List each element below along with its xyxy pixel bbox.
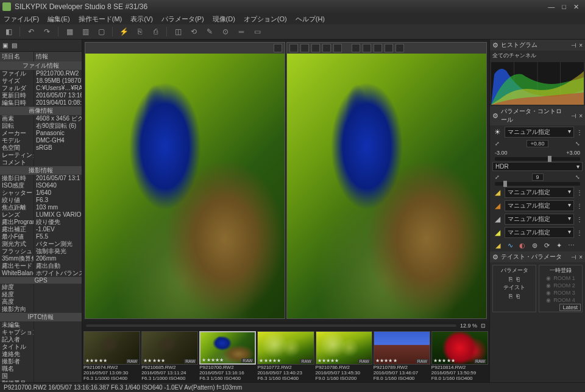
preview-view-icon[interactable]: ▢ — [96, 27, 106, 37]
param-more-icon[interactable]: ⋮ — [576, 229, 583, 236]
room-button[interactable]: ◉ROOM 4 — [541, 296, 581, 304]
batch-icon[interactable]: ⎘ — [135, 27, 144, 37]
param-more-icon[interactable]: ⋮ — [576, 216, 583, 223]
brush-icon[interactable]: ✎ — [205, 27, 214, 37]
info-icon[interactable]: ▭ — [252, 27, 262, 37]
param-icon[interactable]: ◢ — [492, 214, 502, 224]
print-icon[interactable]: ⎙ — [151, 27, 160, 37]
expand-icon[interactable]: ⤡ — [575, 141, 580, 147]
param-more-icon[interactable]: ⋮ — [576, 203, 583, 209]
wb-picker-icon[interactable]: ◢ — [494, 241, 502, 250]
menu-item[interactable]: 編集(E) — [48, 15, 70, 24]
fit-icon[interactable] — [274, 44, 282, 52]
lens-icon[interactable]: ⊚ — [530, 241, 539, 250]
param-select[interactable]: マニュアル指定▾ — [505, 214, 574, 225]
hdr-select[interactable]: HDR▾ — [492, 162, 583, 171]
panel-pin-icon[interactable]: ⊣ — [571, 42, 576, 49]
effect-icon[interactable]: ✦ — [555, 241, 563, 250]
thumb-view-icon[interactable]: ▦ — [65, 27, 74, 37]
close-compare-icon[interactable] — [395, 44, 404, 52]
compare-mode-4-icon[interactable] — [322, 44, 331, 52]
toolbar-app-icon[interactable]: ◧ — [4, 27, 13, 37]
undo2-icon[interactable] — [374, 44, 382, 52]
combo-view-icon[interactable]: ▥ — [80, 27, 90, 37]
thumbnail[interactable]: ★ ★ ★ ★ ★RAWP9210674.RW22016/05/07 13:09… — [83, 331, 140, 381]
grid-icon[interactable] — [352, 44, 360, 52]
menu-item[interactable]: ヘルプ(H) — [296, 15, 325, 24]
expand-icon[interactable]: ⤢ — [495, 141, 500, 147]
info-tab-list-icon[interactable]: ▤ — [12, 42, 17, 49]
param-more-icon[interactable]: ⋮ — [576, 129, 583, 136]
gear-icon[interactable]: ⚙ — [492, 253, 498, 261]
room-button[interactable]: ◉ROOM 3 — [541, 289, 581, 296]
maximize-button[interactable]: □ — [558, 3, 570, 10]
more-tools-icon[interactable]: ⋯ — [567, 241, 575, 250]
room-button[interactable]: ◉ROOM 2 — [541, 282, 581, 289]
param-icon[interactable]: ◢ — [492, 201, 502, 211]
thumbnail[interactable]: ★ ★ ★ ★ ★RAWP9210786.RW22016/05/07 13:45… — [316, 331, 372, 381]
param-icon[interactable]: ◢ — [492, 187, 502, 197]
menu-item[interactable]: パラメータ(P) — [161, 15, 204, 24]
expand-icon[interactable]: ⤡ — [575, 174, 580, 180]
compare-mode-3-icon[interactable] — [311, 44, 320, 52]
copy-taste-icon[interactable]: ⎘ — [509, 293, 512, 299]
menu-item[interactable]: オプション(O) — [244, 15, 287, 24]
compare-mode-5-icon[interactable] — [333, 44, 342, 52]
menu-item[interactable]: ファイル(F) — [4, 15, 39, 24]
latest-button[interactable]: Latest — [559, 304, 581, 311]
thumbnail[interactable]: ★ ★ ★ ★ ★RAWP9210700.RW22016/05/07 13:16… — [199, 331, 256, 381]
redo-icon[interactable]: ↷ — [42, 27, 52, 37]
menu-item[interactable]: 操作モード(M) — [79, 15, 122, 24]
thumbnail[interactable]: ★ ★ ★ ★ ★RAWP9210772.RW22016/05/07 13:40… — [257, 331, 314, 381]
paste-taste-icon[interactable]: ⎗ — [516, 293, 520, 299]
param-select[interactable]: マニュアル指定▾ — [505, 187, 574, 198]
level-icon[interactable]: ═ — [236, 27, 246, 37]
rotate-tool-icon[interactable]: ⟳ — [542, 241, 551, 250]
hdr-slider[interactable] — [495, 182, 580, 186]
histogram-channel[interactable]: 全てのチャンネル — [490, 51, 585, 61]
expand-icon[interactable]: ⤢ — [495, 174, 500, 180]
panel-close-icon[interactable]: × — [579, 113, 583, 119]
exposure-icon[interactable]: ☀ — [492, 127, 502, 137]
param-icon[interactable]: ◢ — [492, 228, 502, 237]
compare-mode-1-icon[interactable] — [289, 44, 298, 52]
thumbnail[interactable]: ★ ★ ★ ★ ★RAWP9210685.RW22016/05/07 13:11… — [141, 331, 198, 381]
param-select[interactable]: マニュアル指定▾ — [505, 200, 574, 211]
warning-icon[interactable] — [363, 44, 371, 52]
zoom-slider[interactable] — [86, 324, 456, 327]
undo-icon[interactable]: ↶ — [26, 27, 36, 37]
thumbnail[interactable]: ★ ★ ★ ★ ★RAWP9210814.RW22016/05/07 13:50… — [431, 331, 488, 381]
minimize-button[interactable]: — — [544, 3, 558, 10]
copy-params-icon[interactable]: ⎘ — [509, 276, 512, 282]
exposure-select[interactable]: マニュアル指定▾ — [505, 127, 574, 138]
exposure-slider[interactable] — [495, 157, 580, 161]
exposure-value[interactable]: +0.80 — [526, 140, 549, 147]
preview-right[interactable] — [286, 42, 487, 319]
hdr-value[interactable]: 9 — [532, 173, 544, 181]
spot-icon[interactable]: ⊙ — [221, 27, 230, 37]
develop-icon[interactable]: ⚡ — [119, 27, 129, 37]
param-more-icon[interactable]: ⋮ — [576, 189, 583, 196]
close-button[interactable]: ✕ — [570, 3, 583, 11]
redo2-icon[interactable] — [385, 44, 393, 52]
menu-item[interactable]: 現像(D) — [213, 15, 235, 24]
panel-close-icon[interactable]: × — [579, 42, 583, 49]
gear-icon[interactable]: ⚙ — [492, 41, 498, 49]
room-button[interactable]: ◉ROOM 1 — [541, 275, 581, 282]
zoom-fit-icon[interactable]: ⊡ — [481, 323, 486, 329]
compare-mode-2-icon[interactable] — [300, 44, 309, 52]
paste-params-icon[interactable]: ⎗ — [516, 276, 520, 282]
thumbnail[interactable]: ★ ★ ★ ★ ★RAWP9210789.RW22016/05/07 13:46… — [374, 331, 430, 381]
crop-icon[interactable]: ◫ — [173, 27, 183, 37]
param-select[interactable]: マニュアル指定▾ — [505, 227, 574, 238]
curves-icon[interactable]: ∿ — [506, 241, 514, 250]
preview-left[interactable] — [85, 42, 285, 319]
menu-item[interactable]: 表示(V) — [130, 15, 153, 24]
rotate-icon[interactable]: ⟲ — [189, 27, 199, 37]
panel-pin-icon[interactable]: ⊣ — [571, 254, 576, 261]
gear-icon[interactable]: ⚙ — [492, 112, 498, 120]
panel-pin-icon[interactable]: ⊣ — [571, 113, 576, 119]
info-tab-folder-icon[interactable]: ▣ — [2, 42, 8, 49]
panel-close-icon[interactable]: × — [579, 254, 583, 261]
highlight-icon[interactable]: ◐ — [518, 241, 526, 250]
